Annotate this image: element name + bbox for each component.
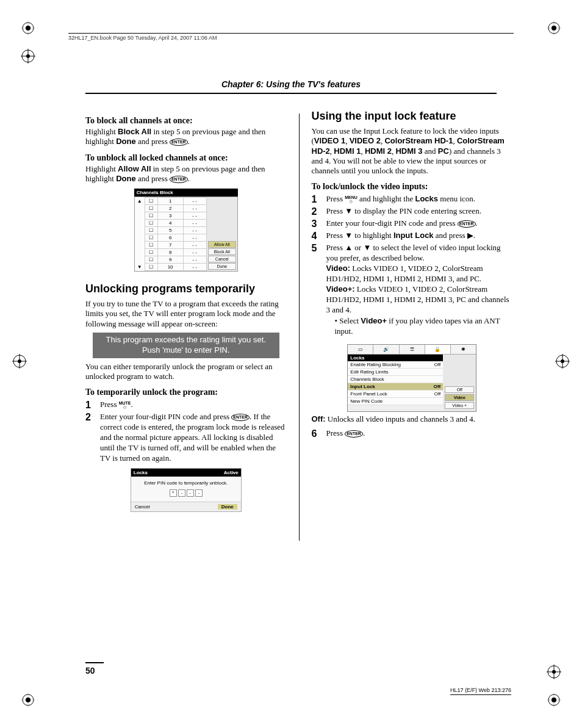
chapter-title: Chapter 6: Using the TV's features <box>85 79 497 94</box>
registration-mark-icon <box>555 354 570 369</box>
crop-mark-icon <box>547 21 561 35</box>
svg-point-5 <box>26 697 31 702</box>
tab-picture-icon[interactable]: ▭ <box>348 345 373 354</box>
menu-row[interactable]: Channels Block <box>348 376 443 383</box>
enter-icon: ENTER <box>231 414 250 421</box>
heading-temp-unlock: To temporarily unlock the program: <box>85 387 287 397</box>
svg-point-1 <box>26 26 31 31</box>
registration-mark-icon <box>12 354 27 369</box>
svg-point-13 <box>26 54 30 58</box>
menu-row[interactable]: Edit Rating Limits <box>348 369 443 376</box>
menu-row-input-lock[interactable]: Input LockOff <box>348 383 443 391</box>
locks-pin-panel: LocksActive Enter PIN code to temporaril… <box>131 468 242 512</box>
crop-mark-icon <box>21 21 35 35</box>
registration-mark-icon <box>547 665 561 679</box>
column-separator <box>299 114 300 541</box>
lock-unlock-steps: Press MENU and highlight the Locks menu … <box>312 194 513 338</box>
menu-icon: MENU <box>345 195 357 204</box>
svg-point-7 <box>551 697 556 702</box>
heading-input-lock: Using the input lock feature <box>312 110 513 123</box>
para-input-lock-intro: You can use the Input Lock feature to lo… <box>312 126 513 176</box>
svg-point-3 <box>551 26 556 31</box>
allow-all-button[interactable]: Allow All <box>208 241 236 248</box>
tab-audio-icon[interactable]: 🔊 <box>373 345 399 354</box>
done-button[interactable]: Done <box>218 504 237 510</box>
heading-block-all: To block all channels at once: <box>85 116 287 126</box>
cancel-button[interactable]: Cancel <box>208 256 236 262</box>
para-unlock-desc: If you try to tune the TV to a program t… <box>85 299 287 329</box>
heading-lock-unlock: To lock/unlock the video inputs: <box>312 182 513 192</box>
crop-mark-icon <box>21 693 35 707</box>
locks-menu-panel: ▭ 🔊 ☰ 🔒 ✺ Locks Enable Rating BlockingOf… <box>347 344 476 412</box>
page-header: 32HL17_EN.book Page 50 Tuesday, April 24… <box>68 33 514 41</box>
step-6: Press ENTER. <box>312 428 513 439</box>
menu-row[interactable]: Enable Rating BlockingOff <box>348 361 443 369</box>
para-block-all: Highlight Block All in step 5 on previou… <box>85 127 287 147</box>
heading-unblock-all: To unblock all locked channels at once: <box>85 153 287 163</box>
registration-mark-icon <box>21 49 35 63</box>
tab-settings-icon[interactable]: ✺ <box>451 345 476 354</box>
page: 32HL17_EN.book Page 50 Tuesday, April 24… <box>0 0 582 728</box>
rating-limit-message: This program exceeds the rating limit yo… <box>93 333 279 358</box>
para-unblock-all: Highlight Allow All in step 5 on previou… <box>85 164 287 184</box>
page-number: 50 <box>85 662 104 676</box>
svg-point-15 <box>552 670 556 674</box>
svg-point-11 <box>561 359 564 363</box>
mute-icon: MUTE <box>119 401 131 409</box>
enter-icon: ENTER <box>170 139 188 146</box>
channels-block-panel: Channels Block ▲1- - 2- - 3- - 4- - 5- -… <box>134 189 238 272</box>
tab-setup-icon[interactable]: ☰ <box>400 345 425 354</box>
channels-block-title: Channels Block <box>134 189 238 196</box>
option-off[interactable]: Off <box>445 386 474 393</box>
footer-code: HL17 (E/F) Web 213:276 <box>450 687 511 695</box>
block-all-button[interactable]: Block All <box>208 248 236 255</box>
cancel-button[interactable]: Cancel <box>135 504 150 510</box>
heading-unlock-temp: Unlocking programs temporarily <box>85 283 287 295</box>
pin-entry[interactable]: *--- <box>131 488 241 502</box>
tab-locks-icon[interactable]: 🔒 <box>425 345 451 354</box>
enter-icon: ENTER <box>170 176 188 183</box>
done-button[interactable]: Done <box>208 263 236 270</box>
menu-row[interactable]: New PIN Code <box>348 398 443 405</box>
para-options: You can either temporarily unlock the pr… <box>85 362 287 382</box>
enter-icon: ENTER <box>345 430 363 438</box>
option-video-plus[interactable]: Video + <box>445 402 474 409</box>
right-column: Using the input lock feature You can use… <box>312 110 513 541</box>
menu-row[interactable]: Front Panel LockOff <box>348 391 443 398</box>
svg-point-9 <box>18 359 21 363</box>
para-off: Off: Unlocks all video inputs and channe… <box>312 414 513 424</box>
crop-mark-icon <box>547 693 561 707</box>
temp-unlock-steps: Press MUTE. Enter your four-digit PIN co… <box>85 400 287 463</box>
left-column: To block all channels at once: Highlight… <box>85 110 287 541</box>
option-video[interactable]: Video <box>445 394 474 401</box>
enter-icon: ENTER <box>458 220 476 228</box>
